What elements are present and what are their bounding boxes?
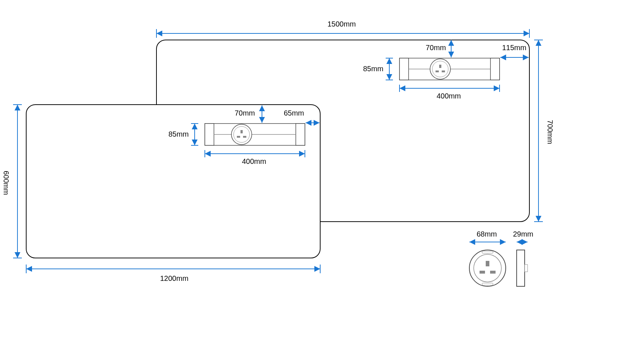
svg-point-34: [234, 126, 250, 142]
svg-rect-37: [243, 136, 246, 138]
svg-rect-51: [480, 271, 485, 274]
svg-rect-13: [399, 58, 409, 80]
svg-rect-19: [436, 70, 439, 72]
svg-rect-30: [205, 124, 214, 145]
socket-detail-side: [517, 250, 528, 286]
dim-small-tray-top: 70mm: [235, 109, 255, 117]
socket-detail-front: [469, 250, 506, 286]
dim-large-tray-height: 85mm: [363, 65, 383, 73]
dim-small-tray-width: 400mm: [242, 157, 266, 166]
svg-rect-36: [237, 136, 240, 138]
svg-point-47: [474, 254, 501, 282]
svg-rect-35: [240, 130, 243, 133]
dim-large-tray-width: 400mm: [437, 92, 461, 100]
dim-small-tray-right: 65mm: [284, 109, 304, 117]
large-desk-cable-tray: [399, 58, 500, 80]
small-desk-cable-tray: [205, 124, 305, 145]
technical-drawing: [0, 0, 644, 347]
dim-small-tray-height: 85mm: [168, 130, 189, 138]
dim-large-height: 700mm: [546, 120, 554, 144]
svg-rect-53: [517, 250, 525, 286]
svg-rect-50: [486, 261, 489, 266]
svg-rect-54: [525, 265, 528, 272]
dim-large-tray-top: 70mm: [426, 44, 446, 52]
dim-socket-diameter: 68mm: [477, 230, 497, 238]
svg-rect-31: [296, 124, 305, 145]
svg-rect-20: [442, 70, 445, 72]
svg-rect-14: [490, 58, 500, 80]
svg-point-17: [432, 61, 448, 77]
dim-small-width: 1200mm: [160, 274, 188, 283]
dim-small-height: 600mm: [2, 171, 10, 195]
svg-rect-52: [490, 271, 496, 274]
dim-large-tray-right: 115mm: [502, 44, 526, 52]
dim-socket-depth: 29mm: [513, 230, 533, 238]
dim-large-width: 1500mm: [327, 20, 356, 28]
svg-rect-18: [439, 65, 441, 68]
